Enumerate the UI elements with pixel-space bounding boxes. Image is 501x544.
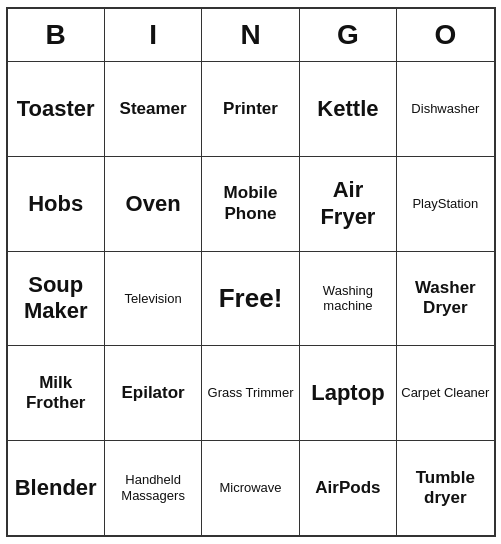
cell-text: Milk Frother: [12, 373, 100, 414]
bingo-cell: PlayStation: [397, 157, 493, 251]
cell-text: Washer Dryer: [401, 278, 489, 319]
cell-text: Kettle: [317, 96, 378, 122]
bingo-cell: Milk Frother: [8, 346, 105, 440]
cell-text: Washing machine: [304, 283, 392, 314]
bingo-cell: Washer Dryer: [397, 252, 493, 346]
cell-text: Epilator: [121, 383, 184, 403]
cell-text: Television: [125, 291, 182, 307]
cell-text: Tumble dryer: [401, 468, 489, 509]
cell-text: Blender: [15, 475, 97, 501]
bingo-card: BINGO ToasterSteamerPrinterKettleDishwas…: [6, 7, 496, 537]
cell-text: Hobs: [28, 191, 83, 217]
bingo-cell: AirPods: [300, 441, 397, 535]
bingo-cell: Mobile Phone: [202, 157, 299, 251]
cell-text: Handheld Massagers: [109, 472, 197, 503]
bingo-cell: Dishwasher: [397, 62, 493, 156]
bingo-grid: ToasterSteamerPrinterKettleDishwasherHob…: [8, 61, 494, 535]
cell-text: Microwave: [219, 480, 281, 496]
bingo-cell: Air Fryer: [300, 157, 397, 251]
cell-text: AirPods: [315, 478, 380, 498]
bingo-cell: Oven: [105, 157, 202, 251]
cell-text: Laptop: [311, 380, 384, 406]
cell-text: PlayStation: [412, 196, 478, 212]
header-letter: N: [202, 9, 299, 61]
header-letter: I: [105, 9, 202, 61]
bingo-cell: Tumble dryer: [397, 441, 493, 535]
bingo-row: BlenderHandheld MassagersMicrowaveAirPod…: [8, 440, 494, 535]
cell-text: Grass Trimmer: [208, 385, 294, 401]
cell-text: Carpet Cleaner: [401, 385, 489, 401]
bingo-cell: Grass Trimmer: [202, 346, 299, 440]
bingo-cell: Printer: [202, 62, 299, 156]
bingo-cell: Epilator: [105, 346, 202, 440]
bingo-cell: Laptop: [300, 346, 397, 440]
bingo-row: HobsOvenMobile PhoneAir FryerPlayStation: [8, 156, 494, 251]
header-letter: G: [300, 9, 397, 61]
cell-text: Printer: [223, 99, 278, 119]
bingo-cell: Blender: [8, 441, 105, 535]
bingo-cell: Soup Maker: [8, 252, 105, 346]
cell-text: Toaster: [17, 96, 95, 122]
bingo-header: BINGO: [8, 9, 494, 61]
bingo-cell: Kettle: [300, 62, 397, 156]
cell-text: Soup Maker: [12, 272, 100, 325]
bingo-cell: Washing machine: [300, 252, 397, 346]
cell-text: Steamer: [120, 99, 187, 119]
bingo-cell: Handheld Massagers: [105, 441, 202, 535]
bingo-cell: Television: [105, 252, 202, 346]
bingo-cell: Microwave: [202, 441, 299, 535]
bingo-cell: Steamer: [105, 62, 202, 156]
bingo-row: Milk FrotherEpilatorGrass TrimmerLaptopC…: [8, 345, 494, 440]
header-letter: O: [397, 9, 493, 61]
cell-text: Oven: [126, 191, 181, 217]
cell-text: Air Fryer: [304, 177, 392, 230]
bingo-row: Soup MakerTelevisionFree!Washing machine…: [8, 251, 494, 346]
bingo-cell: Hobs: [8, 157, 105, 251]
bingo-cell: Toaster: [8, 62, 105, 156]
cell-text: Free!: [219, 283, 283, 314]
header-letter: B: [8, 9, 105, 61]
cell-text: Dishwasher: [411, 101, 479, 117]
bingo-row: ToasterSteamerPrinterKettleDishwasher: [8, 61, 494, 156]
bingo-cell: Carpet Cleaner: [397, 346, 493, 440]
bingo-cell: Free!: [202, 252, 299, 346]
cell-text: Mobile Phone: [206, 183, 294, 224]
